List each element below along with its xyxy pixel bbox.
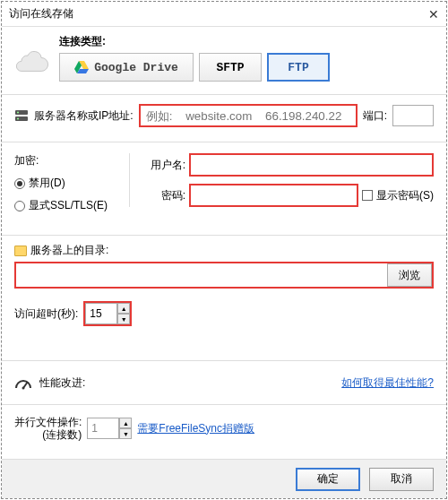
connection-type-sftp[interactable]: SFTP [199, 53, 262, 82]
folder-icon [14, 246, 27, 256]
password-input[interactable] [191, 185, 357, 205]
server-address-input[interactable] [141, 106, 356, 125]
encryption-disabled-label: 禁用(D) [29, 176, 65, 191]
encryption-title: 加密: [14, 153, 122, 168]
username-input[interactable] [191, 155, 432, 175]
title-bar: 访问在线存储 ✕ [2, 2, 446, 27]
show-password-checkbox[interactable] [362, 190, 373, 201]
svg-point-2 [17, 112, 19, 114]
radio-icon [14, 178, 25, 189]
parallel-spinner[interactable]: ▲ ▼ [87, 418, 132, 439]
encryption-ssl-label: 显式SSL/TLS(E) [29, 198, 108, 213]
parallel-input[interactable] [87, 418, 119, 439]
port-input[interactable] [392, 105, 434, 126]
donate-link[interactable]: 需要FreeFileSync捐赠版 [137, 421, 254, 436]
server-label: 服务器名称或IP地址: [34, 108, 134, 124]
svg-point-3 [17, 118, 19, 120]
spinner-down-icon[interactable]: ▼ [119, 428, 132, 439]
show-password-label: 显示密码(S) [376, 188, 434, 203]
sftp-label: SFTP [216, 61, 244, 74]
speedometer-icon [14, 374, 32, 392]
spinner-down-icon[interactable]: ▼ [117, 314, 130, 324]
cancel-button[interactable]: 取消 [369, 468, 434, 491]
spinner-up-icon[interactable]: ▲ [117, 303, 130, 314]
connection-type-ftp[interactable]: FTP [267, 53, 330, 82]
dialog-footer: 确定 取消 [2, 459, 446, 498]
svg-point-5 [22, 387, 25, 390]
radio-icon [14, 201, 25, 211]
encryption-disabled-radio[interactable]: 禁用(D) [14, 176, 122, 191]
timeout-label: 访问超时(秒): [14, 306, 78, 322]
timeout-input[interactable] [85, 303, 117, 324]
dialog-title: 访问在线存储 [9, 6, 73, 22]
password-label: 密码: [146, 188, 185, 203]
timeout-spinner[interactable]: ▲ ▼ [85, 303, 130, 324]
cloud-icon [14, 47, 48, 72]
browse-button[interactable]: 浏览 [387, 263, 432, 287]
server-directory-input[interactable] [16, 263, 387, 287]
ok-button[interactable]: 确定 [296, 468, 360, 491]
gdrive-icon [74, 61, 89, 73]
username-label: 用户名: [146, 158, 185, 173]
gdrive-label: Google Drive [94, 61, 178, 74]
encryption-ssl-radio[interactable]: 显式SSL/TLS(E) [14, 198, 122, 213]
server-directory-label: 服务器上的目录: [30, 243, 108, 258]
close-icon[interactable]: ✕ [428, 7, 439, 22]
ftp-label: FTP [288, 61, 308, 74]
connection-type-label: 连接类型: [59, 34, 434, 49]
spinner-up-icon[interactable]: ▲ [119, 418, 132, 428]
server-icon [14, 108, 29, 123]
performance-label: 性能改进: [39, 375, 85, 391]
parallel-label: 并行文件操作: (连接数) [14, 416, 82, 441]
connection-type-gdrive[interactable]: Google Drive [59, 53, 194, 82]
port-label: 端口: [363, 108, 387, 124]
performance-help-link[interactable]: 如何取得最佳性能? [341, 375, 434, 391]
